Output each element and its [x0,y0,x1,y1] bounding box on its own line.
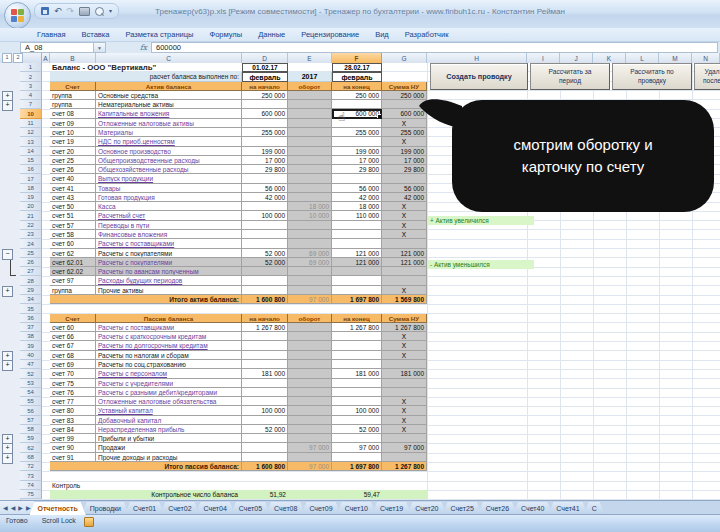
cell-D75[interactable]: 51,92 [242,490,288,499]
cell-F21[interactable]: 110 000 [332,211,382,221]
cell-D58[interactable]: 52 000 [242,425,288,434]
cell-C28[interactable]: Расходы будущих периодов [96,276,242,286]
account-link[interactable]: Основное производство [98,148,171,155]
account-link[interactable]: Готовая продукция [98,194,155,201]
column-header-C[interactable]: C [96,53,242,63]
cell-E15[interactable] [288,156,332,165]
cell-E47[interactable] [288,360,332,369]
account-link[interactable]: Финансовые вложения [98,231,167,238]
formula-input[interactable]: 600000 [151,42,718,53]
cell-B3[interactable]: Счет [50,82,96,91]
cell-C57[interactable]: Добавочный капитал [96,416,242,425]
cell-D59[interactable] [242,434,288,443]
cell-F36[interactable]: на конец [332,314,382,323]
cell-G57[interactable]: X [382,416,427,425]
cell-D15[interactable]: 17 000 [242,156,288,165]
cell-E37[interactable] [288,323,332,332]
cell-G53[interactable] [382,379,427,388]
column-header-J[interactable]: J [560,53,593,63]
cell-C53[interactable]: Расчеты с учредителями [96,379,242,388]
cell-C10[interactable]: Капитальные вложения [96,109,242,119]
cell-F75[interactable]: 59,47 [332,490,382,499]
cell-E16[interactable] [288,165,332,174]
cell-B58[interactable]: счет 84 [50,425,96,434]
cell-subtitle[interactable]: расчет баланса выполнен по: [50,72,242,82]
row-header-18[interactable]: 18 [20,184,42,193]
row-header-20[interactable]: 20 [20,202,42,211]
row-header-54[interactable]: 54 [20,388,42,397]
account-link[interactable]: Расчеты по долгосрочным кредитам [98,342,208,349]
outline-toggle-row-68[interactable]: + [2,453,13,464]
account-link[interactable]: Расчеты по авансам полученным [98,268,199,275]
sheet-nav-1[interactable]: ◀ [3,501,8,515]
cell-D14[interactable]: 199 000 [242,147,288,156]
outline-toggle-row-29[interactable]: + [2,286,13,297]
cell-D13[interactable] [242,137,288,147]
outline-level-button-2[interactable]: 2 [13,53,23,63]
row-header-26[interactable]: 26 [20,258,42,267]
cell-D20[interactable] [242,202,288,211]
macro-button-3[interactable]: Рассчитать попроводку [612,63,692,90]
cell-E27[interactable] [288,267,332,276]
cell-E59[interactable] [288,434,332,443]
account-link[interactable]: Расходы будущих периодов [98,277,182,284]
cell-D37[interactable]: 1 267 800 [242,323,288,332]
cell-B4[interactable]: группа [50,91,96,100]
outline-toggle-row-7[interactable]: + [2,100,13,111]
cell-C11[interactable]: Отложенные налоговые активы [96,119,242,128]
cell-total-label[interactable]: Итого актив баланса: [50,295,242,304]
cell-G59[interactable] [382,434,427,443]
cell-D1[interactable]: 01.02.17 [242,63,288,72]
cell-F56[interactable]: 100 000 [332,406,382,416]
cell-F29[interactable] [332,286,382,295]
row-header-52[interactable]: 52 [20,369,42,379]
cell-G24[interactable] [382,239,427,249]
row-header-19[interactable]: 19 [20,193,42,202]
cell-B38[interactable]: счет 66 [50,332,96,341]
cell-C54[interactable]: Расчеты с разными дебит/кредиторами [96,388,242,397]
cell-C56[interactable]: Уставный капитал [96,406,242,416]
cell-F39[interactable] [332,341,382,351]
cell-C68[interactable]: Прочие доходы и расходы [96,453,242,462]
cell-F27[interactable] [332,267,382,276]
column-header-K[interactable]: K [593,53,626,63]
cell-C13[interactable]: НДС по приоб.ценностям [96,137,242,147]
cell-D16[interactable]: 29 800 [242,165,288,174]
row-header-35[interactable]: 35 [20,304,42,314]
cell-B40[interactable]: счет 68 [50,351,96,360]
cell-control-label[interactable]: Контрольное число баланса [50,490,242,499]
cell-G39[interactable]: X [382,341,427,351]
cell-E12[interactable] [288,128,332,137]
cell-E68[interactable] [288,453,332,462]
cell-E17[interactable] [288,174,332,184]
cell-E21[interactable]: 10 000 [288,211,332,221]
macro-button-1[interactable]: Создать проводку [430,63,528,90]
cell-G25[interactable]: 121 000 [382,249,427,258]
cell-G18[interactable]: 56 000 [382,184,427,193]
sheet-nav-4[interactable]: ▶ [26,501,31,515]
account-link[interactable]: Касса [98,203,116,210]
cell-G68[interactable] [382,453,427,462]
cell-D10[interactable]: 600 000 [242,109,288,119]
row-header-1[interactable]: 1 [20,63,42,72]
cell-E34[interactable]: 97 000 [288,295,332,304]
row-header-29[interactable]: 29 [20,286,42,295]
row-header-72[interactable]: 72 [20,462,42,471]
account-link[interactable]: Капитальные вложения [98,110,169,117]
cell-D53[interactable] [242,379,288,388]
row-header-23[interactable]: 23 [20,230,42,239]
cell-E38[interactable] [288,332,332,341]
cell-D39[interactable] [242,341,288,351]
ribbon-tab-Разметка страницы[interactable]: Разметка страницы [118,29,200,40]
row-header-37[interactable]: 37 [20,323,42,332]
cell-F14[interactable]: 199 000 [332,147,382,156]
row-header-12[interactable]: 12 [20,128,42,137]
cell-E58[interactable] [288,425,332,434]
cell-F52[interactable]: 181 000 [332,369,382,379]
cell-D55[interactable] [242,397,288,406]
cell-B26[interactable]: счет 62.01 [50,258,96,267]
row-header-17[interactable]: 17 [20,174,42,184]
cell-D29[interactable] [242,286,288,295]
cell-G36[interactable]: Сумма НУ [382,314,427,323]
cell-F15[interactable]: 17 000 [332,156,382,165]
